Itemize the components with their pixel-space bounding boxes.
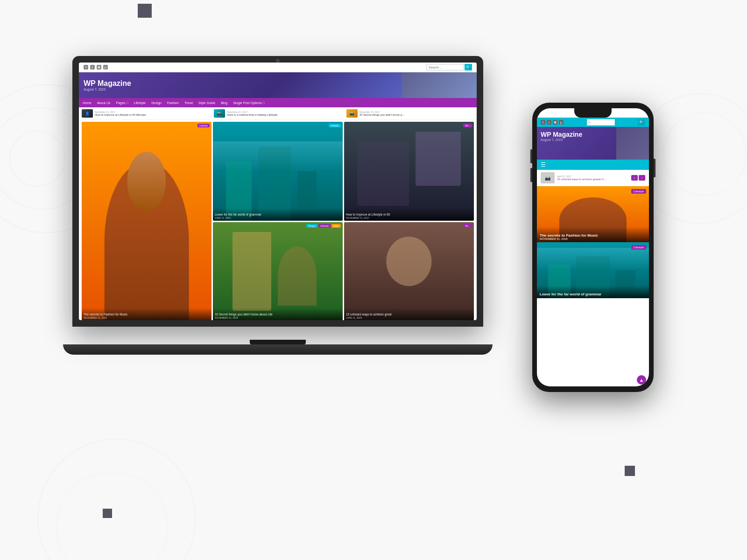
nav-about[interactable]: About Us — [96, 101, 112, 105]
ticker-item-2: 📷 November 21, 2017 Here is a method tha… — [214, 109, 341, 118]
deco-circle-5 — [663, 112, 747, 196]
phone-card-badge-grammar: Lifestyle — [631, 245, 646, 250]
laptop-navigation: Home About Us Pages □ Lifestyle Design F… — [79, 98, 477, 107]
ticker-text-3: November 21, 2017 10 Secret things you d… — [359, 111, 404, 116]
grid-article-grammar[interactable]: Lifestyle Leave for the far world of gra… — [213, 122, 343, 221]
laptop-camera — [276, 59, 280, 63]
phone-card-badge-fashion: Lifestyle — [631, 189, 646, 194]
laptop-social-icons: f t ◉ p — [84, 65, 108, 70]
grid-article-secret[interactable]: Design Lifestyle Rider 10 Secret things … — [213, 222, 343, 321]
hamburger-icon[interactable]: ☰ — [541, 161, 546, 168]
grid-title-secret: 10 Secret things you didn't know about L… — [213, 308, 343, 320]
phone-body: f t ◉ p 🔍 WP Magazine August 7, 2023 — [532, 103, 654, 392]
ticker-text-2: November 21, 2017 Here is a method that … — [227, 111, 277, 116]
laptop-topbar: f t ◉ p 🔍 — [79, 63, 477, 72]
nav-design[interactable]: Design — [150, 101, 162, 105]
phone-social-icons: f t ◉ p — [541, 120, 564, 125]
phone-device: f t ◉ p 🔍 WP Magazine August 7, 2023 — [532, 103, 654, 392]
deco-circle-6 — [37, 439, 196, 560]
grid-title-unheard: 15 unheard ways to achieve great JUNE 11… — [344, 308, 474, 320]
ticker-thumb-3: 📷 — [346, 109, 358, 118]
pinterest-icon: p — [103, 65, 108, 70]
grid-article-fashion[interactable]: Lifestyle The secrets to Fashion for Mus… — [82, 122, 211, 320]
deco-square-4 — [103, 509, 112, 518]
grid-badge-grammar: Lifestyle — [329, 124, 341, 127]
laptop-search-area: 🔍 — [426, 64, 472, 70]
ticker-text-1: November 21, 2017 How to Improve at Life… — [95, 111, 146, 116]
search-button[interactable]: 🔍 — [465, 64, 472, 70]
phone-search-input[interactable] — [587, 119, 615, 126]
grid-title-grammar: Leave for the far world of grammar JUNE … — [213, 208, 343, 221]
nav-home[interactable]: Home — [82, 101, 92, 105]
phone-ig-icon: ◉ — [553, 120, 557, 125]
laptop-site-date: August 7, 2023 — [84, 88, 131, 91]
deco-circle-3 — [9, 131, 65, 187]
phone-ticker-thumb: 📷 — [541, 172, 555, 183]
deco-square-1 — [138, 4, 152, 18]
ticker-thumb-1: 👤 — [82, 109, 93, 118]
facebook-icon: f — [84, 65, 88, 70]
deco-square-3 — [625, 466, 635, 476]
grid-article-lifestyle[interactable]: De... How to Improve at Lifestyle in 60 … — [344, 122, 474, 221]
nav-style-guide[interactable]: Style Guide — [197, 101, 216, 105]
twitter-icon: t — [90, 65, 95, 70]
scroll-to-top-button[interactable]: ▲ — [637, 375, 646, 385]
grid-badge-rider: Rider — [331, 224, 341, 228]
laptop-header-image — [402, 72, 477, 98]
grid-badge-unheard: De... — [463, 224, 472, 228]
phone-website: f t ◉ p 🔍 WP Magazine August 7, 2023 — [537, 108, 649, 386]
phone-topbar: f t ◉ p 🔍 — [537, 118, 649, 127]
phone-vol-up — [530, 149, 532, 163]
phone-card-title-fashion: The secrets to Fashion for Music NOVEMBE… — [537, 227, 649, 242]
deco-circle-7 — [56, 471, 168, 560]
grid-badge-fashion: Lifestyle — [197, 124, 210, 127]
laptop-device: f t ◉ p 🔍 WP Magazine August 7, 2023 — [72, 56, 483, 355]
phone-search-button[interactable]: 🔍 — [638, 119, 645, 126]
phone-power — [654, 159, 655, 177]
phone-tw-icon: t — [547, 120, 551, 125]
laptop-site-title: WP Magazine — [84, 79, 131, 88]
grid-badge-lifestyle: De... — [463, 124, 472, 127]
prev-arrow[interactable]: ‹ — [631, 175, 638, 181]
phone-card-grammar[interactable]: Lifestyle Leave for the far world of gra… — [537, 242, 649, 298]
phone-header-image — [616, 127, 649, 160]
phone-screen: f t ◉ p 🔍 WP Magazine August 7, 2023 — [537, 108, 649, 386]
grid-article-unheard[interactable]: De... 15 unheard ways to achieve great J… — [344, 222, 474, 321]
ticker-item-1: 👤 November 21, 2017 How to Improve at Li… — [82, 109, 209, 118]
nav-fashion[interactable]: Fashion — [166, 101, 180, 105]
phone-header: WP Magazine August 7, 2023 — [537, 127, 649, 160]
grid-badge-lifestyle2: Lifestyle — [318, 224, 331, 228]
nav-pages[interactable]: Pages □ — [115, 101, 129, 105]
nav-single-post[interactable]: Single Post Options □ — [232, 101, 266, 105]
laptop-hinge — [250, 340, 306, 344]
next-arrow[interactable]: › — [639, 175, 645, 181]
nav-lifestyle[interactable]: Lifestyle — [133, 101, 147, 105]
grid-badge-row-secret: Design Lifestyle Rider — [306, 224, 341, 228]
phone-navigation: ☰ — [537, 160, 649, 170]
phone-fb-icon: f — [541, 120, 545, 125]
phone-notch — [574, 108, 612, 118]
search-input[interactable] — [426, 64, 464, 70]
laptop-article-grid: Lifestyle The secrets to Fashion for Mus… — [79, 120, 477, 320]
laptop-screen: f t ◉ p 🔍 WP Magazine August 7, 2023 — [79, 63, 477, 320]
laptop-header: WP Magazine August 7, 2023 — [79, 72, 477, 98]
grid-title-lifestyle: How to Improve at Lifestyle in 60 NOVEMB… — [344, 208, 474, 221]
phone-ticker-item: 📷 April 21, 2017 15 unheard ways to achi… — [537, 170, 649, 186]
nav-blog[interactable]: Blog — [220, 101, 228, 105]
ticker-item-3: 📷 November 21, 2017 10 Secret things you… — [346, 109, 474, 118]
phone-card-fashion[interactable]: Lifestyle The secrets to Fashion for Mus… — [537, 186, 649, 242]
laptop-body: f t ◉ p 🔍 WP Magazine August 7, 2023 — [72, 56, 483, 327]
grid-badge-design: Design — [306, 224, 317, 228]
ticker-thumb-2: 📷 — [214, 109, 225, 118]
nav-trend[interactable]: Trend — [183, 101, 194, 105]
phone-pin-icon: p — [559, 120, 564, 125]
grid-title-fashion: The secrets to Fashion for Music NOVEMBE… — [82, 308, 211, 320]
instagram-icon: ◉ — [97, 65, 101, 70]
laptop-website: f t ◉ p 🔍 WP Magazine August 7, 2023 — [79, 63, 477, 320]
phone-vol-down — [530, 168, 532, 182]
phone-ticker-arrows: ‹ › — [631, 175, 645, 181]
phone-ticker-text-area: April 21, 2017 15 unheard ways to achiev… — [557, 175, 629, 181]
laptop-ticker: 👤 November 21, 2017 How to Improve at Li… — [79, 107, 477, 120]
phone-card-title-grammar: Leave for the far world of grammar — [537, 286, 649, 298]
laptop-base — [63, 344, 493, 355]
